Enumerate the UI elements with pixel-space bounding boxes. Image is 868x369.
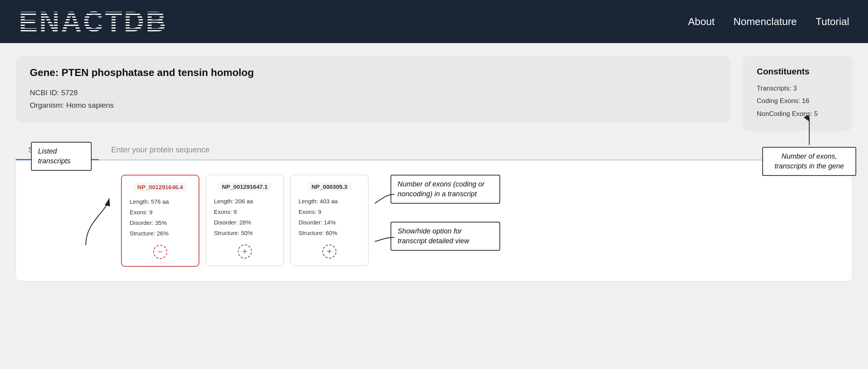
constituents-count-annotation: Number of exons,transcripts in the gene (762, 147, 856, 176)
bottom-section: Show transcripts Enter your protein sequ… (16, 141, 852, 281)
constituents-title: Constituents (757, 67, 838, 77)
listed-transcripts-text: Listedtranscripts (38, 147, 71, 165)
transcript-length-3: Length: 403 aa (298, 196, 360, 206)
transcript-toggle-btn-2[interactable]: + (238, 244, 252, 259)
transcript-length-1: Length: 576 aa (130, 196, 191, 207)
logo: ENACTDB (19, 5, 168, 38)
constituents-annotation-area: Number of exons,transcripts in the gene (762, 116, 856, 176)
transcript-exons-2: Exons: 9 (214, 206, 276, 217)
listed-transcripts-annotation: Listedtranscripts (31, 142, 92, 171)
gene-title: Gene: PTEN phosphatase and tensin homolo… (30, 67, 716, 79)
transcript-details-1: Length: 576 aa Exons: 9 Disorder: 35% St… (130, 196, 191, 239)
gene-ncbi-id: NCBI ID: 5728 Organism: Homo sapiens (30, 87, 716, 112)
main-nav: About Nomenclature Tutorial (688, 16, 849, 28)
transcript-structure-2: Structure: 50% (214, 228, 276, 238)
tabs-container: Show transcripts Enter your protein sequ… (16, 141, 852, 160)
transcript-disorder-2: Disorder: 28% (214, 217, 276, 228)
main-content: Gene: PTEN phosphatase and tensin homolo… (0, 43, 868, 294)
nav-about[interactable]: About (688, 16, 714, 28)
transcript-id-1: NP_001291646.4 (134, 183, 187, 192)
constituents-arrow-svg (797, 116, 821, 147)
transcript-exons-1: Exons: 9 (130, 207, 191, 217)
coding-exons-annotation-text: Number of exons (coding ornoncoding) in … (398, 180, 485, 198)
constituents-items: Transcripts: 3 Coding Exons: 16 NonCodin… (757, 82, 838, 120)
show-hide-annotation-text: Show/hide option fortranscript detailed … (398, 227, 469, 245)
gene-organism: Organism: Homo sapiens (30, 99, 716, 112)
top-row: Gene: PTEN phosphatase and tensin homolo… (16, 56, 852, 131)
transcript-toggle-btn-1[interactable]: − (153, 245, 167, 259)
coding-exons-annotation: Number of exons (coding ornoncoding) in … (391, 175, 500, 204)
transcript-card-3: NP_000305.3 Length: 403 aa Exons: 9 Diso… (290, 175, 369, 266)
transcript-exons-3: Exons: 9 (298, 206, 360, 217)
transcript-toggle-btn-3[interactable]: + (322, 244, 336, 259)
nav-nomenclature[interactable]: Nomenclature (733, 16, 797, 28)
transcript-id-3: NP_000305.3 (307, 182, 351, 191)
transcript-card-2: NP_001291647.1 Length: 206 aa Exons: 9 D… (206, 175, 284, 266)
transcript-structure-1: Structure: 26% (130, 228, 191, 239)
nav-tutorial[interactable]: Tutorial (816, 16, 849, 28)
transcript-structure-3: Structure: 60% (298, 228, 360, 238)
transcript-cards: NP_001291646.4 Length: 576 aa Exons: 9 D… (113, 175, 841, 267)
constituents-count-annotation-text: Number of exons,transcripts in the gene (774, 152, 844, 170)
site-header: ENACTDB About Nomenclature Tutorial (0, 0, 868, 43)
transcript-card-1: NP_001291646.4 Length: 576 aa Exons: 9 D… (121, 175, 199, 267)
tab-enter-protein[interactable]: Enter your protein sequence (99, 141, 222, 160)
coding-exons-count: Coding Exons: 16 (757, 95, 838, 107)
listed-transcripts-arrow-svg (27, 175, 113, 261)
transcript-disorder-3: Disorder: 14% (298, 217, 360, 228)
transcript-id-2: NP_001291647.1 (218, 182, 272, 191)
gene-ncbi-id-text: NCBI ID: 5728 (30, 87, 716, 99)
show-hide-annotation: Show/hide option fortranscript detailed … (391, 222, 500, 251)
logo-text: ENACTDB (19, 5, 168, 38)
gene-info-card: Gene: PTEN phosphatase and tensin homolo… (16, 56, 730, 123)
transcript-details-3: Length: 403 aa Exons: 9 Disorder: 14% St… (298, 196, 360, 238)
transcript-details-2: Length: 206 aa Exons: 9 Disorder: 28% St… (214, 196, 276, 238)
transcript-length-2: Length: 206 aa (214, 196, 276, 206)
transcripts-panel: Listedtranscripts NP_001291646.4 Length:… (16, 160, 852, 281)
transcript-disorder-1: Disorder: 35% (130, 217, 191, 228)
transcripts-count: Transcripts: 3 (757, 82, 838, 95)
